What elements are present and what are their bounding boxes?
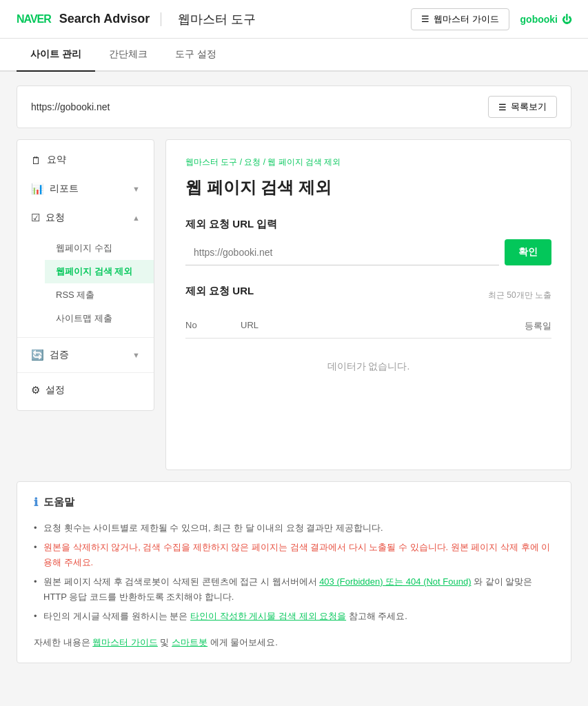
header-divider <box>161 12 161 26</box>
breadcrumb: 웹마스터 도구 / 요청 / 웹 페이지 검색 제외 <box>185 157 551 168</box>
content-area: 웹마스터 도구 / 요청 / 웹 페이지 검색 제외 웹 페이지 검색 제외 제… <box>165 139 571 470</box>
help-list: 요청 횟수는 사이트별로 제한될 수 있으며, 최근 한 달 이내의 요청 결과… <box>34 518 554 627</box>
tab-site-management[interactable]: 사이트 관리 <box>17 39 95 72</box>
chevron-down-icon: ▼ <box>132 185 140 193</box>
nav-tabs: 사이트 관리 간단체크 도구 설정 <box>0 39 588 72</box>
confirm-button[interactable]: 확인 <box>505 239 551 265</box>
app-title: Search Advisor <box>59 12 150 26</box>
url-section-label: 제외 요청 URL 입력 <box>185 218 551 231</box>
help-link-others[interactable]: 타인이 작성한 게시물 검색 제외 요청을 <box>190 611 346 621</box>
user-info[interactable]: gobooki ⏻ <box>520 14 571 25</box>
verify-icon: 🔄 <box>31 349 44 361</box>
sidebar-item-verify[interactable]: 🔄 검증 ▼ <box>17 341 154 370</box>
header-right: ☰ 웹마스터 가이드 gobooki ⏻ <box>411 8 571 30</box>
col-date-header: 등록일 <box>469 320 551 332</box>
sub-title: 웹마스터 도구 <box>178 11 256 28</box>
table-header-row: 제외 요청 URL 최근 50개만 노출 <box>185 285 551 306</box>
sidebar-label-request: 요청 <box>45 212 65 224</box>
header-left: NAVER Search Advisor 웹마스터 도구 <box>17 11 256 28</box>
info-icon: ℹ <box>34 496 38 509</box>
chevron-up-icon: ▲ <box>132 214 140 222</box>
request-icon: ☑ <box>31 212 40 224</box>
help-link-403[interactable]: 403 (Forbidden) 또는 404 (Not Found) <box>319 576 471 587</box>
sidebar-label-summary: 요약 <box>47 154 66 166</box>
help-footer-link1[interactable]: 웹마스터 가이드 <box>92 637 158 647</box>
breadcrumb-part3: 웹 페이지 검색 제외 <box>267 157 341 167</box>
sidebar-label-report: 리포트 <box>50 183 79 195</box>
help-footer-before: 자세한 내용은 <box>34 637 92 647</box>
sidebar-sub-request: 웹페이지 수집 웹페이지 검색 제외 RSS 제출 사이트맵 제출 <box>17 232 154 334</box>
list-button-label: 목록보기 <box>511 101 547 113</box>
help-item-2: 원본을 삭제하지 않거나, 검색 수집을 제한하지 않은 페이지는 검색 결과에… <box>34 538 554 572</box>
tab-tool-settings[interactable]: 도구 설정 <box>161 39 230 72</box>
tab-quick-check[interactable]: 간단체크 <box>95 39 161 72</box>
breadcrumb-part2: 요청 <box>244 157 261 167</box>
col-url-header: URL <box>241 320 469 332</box>
sidebar-sub-item-exclude[interactable]: 웹페이지 검색 제외 <box>45 260 154 283</box>
help-title-text: 도움말 <box>43 496 74 509</box>
table-section-label: 제외 요청 URL <box>185 285 254 298</box>
username-label: gobooki <box>520 14 558 25</box>
help-item-4-after: 참고해 주세요. <box>349 611 407 621</box>
power-icon: ⏻ <box>562 14 571 25</box>
help-item-3-before: 원본 페이지 삭제 후 검색로봇이 삭제된 콘텐츠에 접근 시 웹서버에서 <box>43 576 319 587</box>
guide-button-label: 웹마스터 가이드 <box>434 13 499 26</box>
site-bar: https://gobooki.net ☰ 목록보기 <box>17 85 571 128</box>
help-footer-middle: 및 <box>160 637 172 647</box>
sidebar-sub-item-rss[interactable]: RSS 제출 <box>45 283 154 307</box>
url-input[interactable] <box>185 239 499 265</box>
sidebar-item-request[interactable]: ☑ 요청 ▲ <box>17 203 154 232</box>
list-button[interactable]: ☰ 목록보기 <box>488 96 557 118</box>
help-item-4: 타인의 게시글 삭제를 원하시는 분은 타인이 작성한 게시물 검색 제외 요청… <box>34 607 554 626</box>
help-footer-link2[interactable]: 스마트봇 <box>172 637 207 647</box>
sidebar: 🗒 요약 📊 리포트 ▼ ☑ 요청 ▲ 웹페이지 수집 웹페이지 검색 제외 R… <box>17 139 154 411</box>
naver-logo: NAVER <box>17 13 51 26</box>
sidebar-divider <box>17 337 154 338</box>
sidebar-divider-2 <box>17 372 154 373</box>
chevron-down-icon-2: ▼ <box>132 351 140 359</box>
col-no-header: No <box>185 320 241 332</box>
sidebar-item-settings[interactable]: ⚙ 설정 <box>17 376 154 405</box>
help-item-4-before: 타인의 게시글 삭제를 원하시는 분은 <box>43 611 190 621</box>
help-item-3: 원본 페이지 삭제 후 검색로봇이 삭제된 콘텐츠에 접근 시 웹서버에서 40… <box>34 572 554 607</box>
guide-icon: ☰ <box>421 14 429 24</box>
help-title: ℹ 도움말 <box>34 496 554 509</box>
header: NAVER Search Advisor 웹마스터 도구 ☰ 웹마스터 가이드 … <box>0 0 588 39</box>
recent-label: 최근 50개만 노출 <box>488 290 551 301</box>
breadcrumb-part1: 웹마스터 도구 <box>185 157 237 167</box>
help-section: ℹ 도움말 요청 횟수는 사이트별로 제한될 수 있으며, 최근 한 달 이내의… <box>17 481 571 663</box>
guide-button[interactable]: ☰ 웹마스터 가이드 <box>411 8 509 30</box>
help-item-1-text: 요청 횟수는 사이트별로 제한될 수 있으며, 최근 한 달 이내의 요청 결과… <box>43 523 383 533</box>
sidebar-label-verify: 검증 <box>50 349 69 361</box>
help-item-1: 요청 횟수는 사이트별로 제한될 수 있으며, 최근 한 달 이내의 요청 결과… <box>34 518 554 538</box>
table-col-header: No URL 등록일 <box>185 314 551 339</box>
settings-icon: ⚙ <box>31 384 40 396</box>
site-url: https://gobooki.net <box>31 101 110 112</box>
list-icon: ☰ <box>498 102 507 112</box>
help-item-2-text: 원본을 삭제하지 않거나, 검색 수집을 제한하지 않은 페이지는 검색 결과에… <box>43 542 550 567</box>
sidebar-item-report[interactable]: 📊 리포트 ▼ <box>17 174 154 203</box>
table-empty-message: 데이터가 없습니다. <box>185 339 551 395</box>
url-input-row: 확인 <box>185 239 551 265</box>
sidebar-sub-item-collect[interactable]: 웹페이지 수집 <box>45 236 154 260</box>
sidebar-label-settings: 설정 <box>45 384 65 396</box>
sidebar-item-summary[interactable]: 🗒 요약 <box>17 145 154 174</box>
sidebar-sub-item-sitemap[interactable]: 사이트맵 제출 <box>45 307 154 330</box>
page-title: 웹 페이지 검색 제외 <box>185 176 551 199</box>
help-footer-after: 에게 물어보세요. <box>210 637 278 647</box>
summary-icon: 🗒 <box>31 154 41 166</box>
main-layout: 🗒 요약 📊 리포트 ▼ ☑ 요청 ▲ 웹페이지 수집 웹페이지 검색 제외 R… <box>17 139 571 470</box>
help-footer: 자세한 내용은 웹마스터 가이드 및 스마트봇 에게 물어보세요. <box>34 636 554 649</box>
report-icon: 📊 <box>31 183 44 195</box>
